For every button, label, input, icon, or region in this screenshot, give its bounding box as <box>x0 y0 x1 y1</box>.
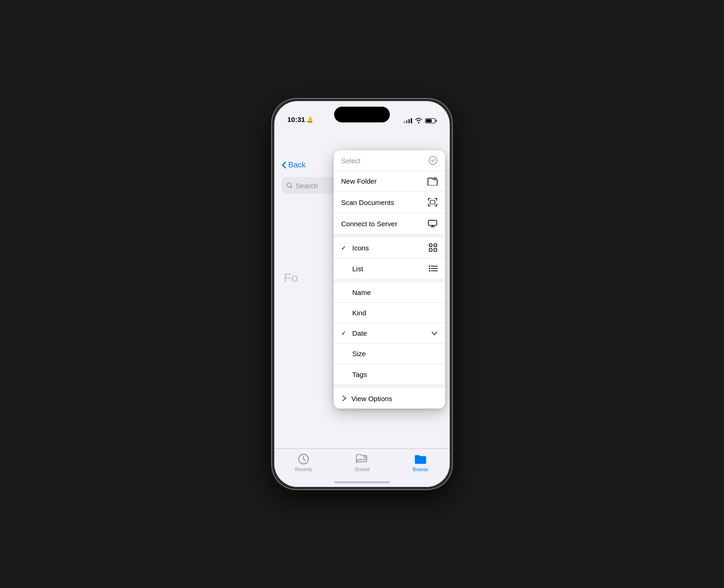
svg-point-15 <box>429 266 430 267</box>
svg-rect-10 <box>428 220 437 225</box>
shared-label: Shared <box>355 467 369 472</box>
connect-to-server-label: Connect to Server <box>341 220 397 228</box>
icons-label: Icons <box>352 244 369 252</box>
tab-shared[interactable]: Shared <box>348 453 376 472</box>
svg-point-19 <box>429 270 430 272</box>
svg-point-17 <box>429 268 430 269</box>
browse-icon <box>414 453 427 466</box>
svg-rect-11 <box>429 244 432 247</box>
menu-item-kind[interactable]: Kind <box>334 303 445 323</box>
new-folder-icon <box>427 177 438 185</box>
phone-screen: 10:31 🔔 <box>274 101 450 487</box>
battery-icon <box>425 118 437 123</box>
menu-item-tags[interactable]: Tags <box>334 364 445 384</box>
menu-item-date[interactable]: ✓ Date <box>334 323 445 344</box>
menu-item-view-options[interactable]: View Options <box>334 388 445 409</box>
icons-checkmark: ✓ <box>341 244 349 251</box>
home-indicator <box>334 481 390 483</box>
sort-size-label: Size <box>352 350 366 358</box>
scan-documents-label: Scan Documents <box>341 198 394 206</box>
date-checkmark: ✓ <box>341 330 349 337</box>
dropdown-overlay: Select New Folder <box>274 127 450 448</box>
browse-label: Browse <box>413 467 428 472</box>
sort-name-label: Name <box>352 288 371 296</box>
menu-item-connect-to-server[interactable]: Connect to Server <box>334 213 445 234</box>
menu-item-icons[interactable]: ✓ Icons <box>334 237 445 258</box>
status-icons-group <box>404 118 437 123</box>
svg-rect-9 <box>430 200 435 204</box>
bell-icon: 🔔 <box>306 116 313 123</box>
menu-section-actions: Select New Folder <box>334 150 445 234</box>
main-content: Back Chrome <box>274 127 450 448</box>
view-options-chevron-icon <box>341 395 348 402</box>
tab-recents[interactable]: Recents <box>290 453 317 472</box>
menu-item-name[interactable]: Name <box>334 282 445 303</box>
menu-item-list[interactable]: List <box>334 258 445 279</box>
phone-frame: 10:31 🔔 <box>272 98 452 490</box>
new-folder-label: New Folder <box>341 177 377 185</box>
recents-label: Recents <box>295 467 312 472</box>
menu-item-new-folder[interactable]: New Folder <box>334 171 445 192</box>
svg-rect-14 <box>434 249 437 251</box>
list-icon <box>428 265 438 272</box>
connect-server-icon <box>427 219 438 228</box>
select-label: Select <box>341 157 361 165</box>
menu-item-scan-documents[interactable]: Scan Documents <box>334 192 445 213</box>
time-display: 10:31 <box>287 115 305 123</box>
sort-kind-label: Kind <box>352 309 366 317</box>
scan-icon <box>427 197 438 207</box>
wifi-icon <box>415 118 422 123</box>
dynamic-island <box>334 107 390 122</box>
status-time: 10:31 🔔 <box>287 115 313 123</box>
grid-icon <box>428 243 438 252</box>
tab-browse[interactable]: Browse <box>407 453 434 472</box>
svg-rect-12 <box>434 244 437 247</box>
shared-icon <box>356 453 368 466</box>
menu-section-options: View Options <box>334 388 445 409</box>
dropdown-menu: Select New Folder <box>334 150 445 409</box>
view-options-label: View Options <box>351 395 392 403</box>
sort-tags-label: Tags <box>352 371 367 378</box>
sort-date-label: Date <box>352 329 367 337</box>
date-chevron-down-icon <box>431 331 438 336</box>
menu-section-view-mode: ✓ Icons <box>334 237 445 279</box>
menu-item-select[interactable]: Select <box>334 150 445 171</box>
menu-section-sort: Name Kind ✓ Date <box>334 282 445 384</box>
select-icon <box>428 156 438 165</box>
signal-icon <box>404 118 412 123</box>
svg-point-4 <box>429 157 437 165</box>
list-label: List <box>352 265 363 273</box>
recents-icon <box>297 453 310 466</box>
menu-item-size[interactable]: Size <box>334 344 445 364</box>
svg-rect-13 <box>429 249 432 251</box>
